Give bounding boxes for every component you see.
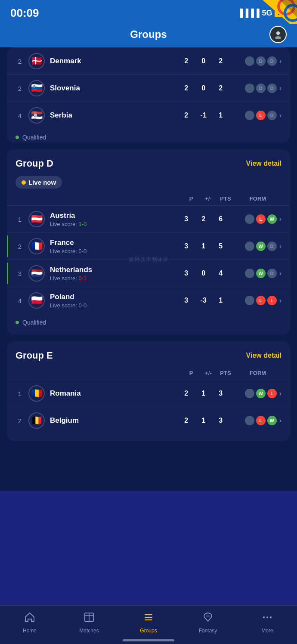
group-d-qualified: Qualified [7, 314, 290, 328]
svg-point-14 [266, 616, 268, 618]
svg-point-13 [263, 616, 265, 618]
netherlands-info: Netherlands Live score: 0-1 [50, 266, 178, 282]
group-d-table-header: P +/- PTS FORM [7, 194, 290, 205]
status-time: 00:09 [10, 6, 39, 20]
live-dot [22, 180, 26, 185]
svg-point-5 [275, 36, 281, 39]
group-d-view-detail[interactable]: View detail [246, 160, 282, 167]
nav-more-label: More [261, 628, 273, 634]
group-e-header: Group E View detail [7, 341, 290, 368]
group-e-title: Group E [15, 350, 53, 361]
group-d-card: Group D View detail Live now P +/- PTS F… [7, 149, 290, 334]
belgium-flag: 🇧🇪 [28, 412, 45, 429]
poland-info: Poland Live score: 0-0 [50, 293, 178, 309]
austria-flag: 🇦🇹 [28, 211, 45, 227]
belgium-info: Belgium [50, 416, 178, 425]
group-d-header: Group D View detail [7, 149, 290, 176]
chevron-down-icon: › [279, 390, 282, 397]
chevron-down-icon: › [279, 215, 282, 223]
table-row[interactable]: 1 🇷🇴 Romania 2 1 3 W L › [7, 380, 290, 407]
table-row[interactable]: 3 🇳🇱 Netherlands Live score: 0-1 3 0 4 W… [7, 260, 290, 287]
chevron-down-icon: › [279, 297, 282, 304]
belgium-form: L W [229, 416, 277, 425]
chevron-down-icon: › [279, 84, 282, 92]
nav-fantasy[interactable]: Fantasy [178, 612, 238, 634]
status-bar: 00:09 ▐▐▐▐ 5G 74 [0, 0, 297, 24]
nav-groups[interactable]: Groups [119, 612, 178, 634]
nav-more[interactable]: More [238, 612, 297, 634]
fantasy-icon [202, 612, 213, 626]
nav-groups-label: Groups [140, 628, 157, 634]
page-title: Groups [130, 28, 167, 40]
slovenia-form: D D [229, 84, 277, 93]
denmark-flag: 🇩🇰 [28, 53, 45, 69]
home-indicator [123, 639, 174, 641]
group-e-table-header: P +/- PTS FORM [7, 368, 290, 380]
denmark-form: D D [229, 56, 277, 66]
bottom-nav: Home Matches Groups Fantas [0, 605, 297, 644]
france-flag: 🇫🇷 [28, 238, 45, 254]
svg-point-15 [270, 616, 272, 618]
more-icon [262, 612, 273, 626]
denmark-info: Denmark [50, 57, 178, 65]
table-row[interactable]: 2 🇫🇷 France Live score: 0-0 3 1 5 W D › [7, 232, 290, 260]
netherlands-form: W D [229, 269, 277, 278]
main-content: 2 🇩🇰 Denmark 2 0 2 D D › 2 🇸🇮 Slovenia 2… [0, 47, 297, 491]
romania-form: W L [229, 389, 277, 398]
france-info: France Live score: 0-0 [50, 238, 178, 254]
home-icon [24, 612, 35, 626]
romania-info: Romania [50, 389, 178, 398]
signal-icon: ▐▐▐▐ [237, 9, 259, 18]
svg-point-4 [276, 31, 280, 35]
table-row[interactable]: 2 🇩🇰 Denmark 2 0 2 D D › [7, 47, 290, 74]
austria-form: L W [229, 214, 277, 224]
matches-icon [84, 612, 95, 626]
slovenia-flag: 🇸🇮 [28, 80, 45, 96]
group-c-partial: 2 🇩🇰 Denmark 2 0 2 D D › 2 🇸🇮 Slovenia 2… [7, 47, 290, 142]
nav-matches[interactable]: Matches [59, 612, 119, 634]
nav-home-label: Home [23, 628, 37, 634]
nav-matches-label: Matches [79, 628, 99, 634]
chevron-down-icon: › [279, 57, 282, 65]
poland-form: L L [229, 296, 277, 305]
groups-icon [143, 612, 154, 626]
qualified-label: Qualified [7, 129, 290, 142]
slovenia-info: Slovenia [50, 84, 178, 93]
poland-flag: 🇵🇱 [28, 292, 45, 309]
group-e-card: Group E View detail P +/- PTS FORM 1 🇷🇴 … [7, 341, 290, 441]
nav-fantasy-label: Fantasy [199, 628, 217, 634]
table-row[interactable]: 1 🇦🇹 Austria Live score: 1-0 3 2 6 L W › [7, 205, 290, 232]
serbia-flag: 🇷🇸 [28, 107, 45, 124]
table-row[interactable]: 2 🇸🇮 Slovenia 2 0 2 D D › [7, 74, 290, 102]
chevron-down-icon: › [279, 417, 282, 424]
austria-info: Austria Live score: 1-0 [50, 211, 178, 227]
table-row[interactable]: 2 🇧🇪 Belgium 2 1 3 L W › [7, 407, 290, 434]
table-row[interactable]: 4 🇵🇱 Poland Live score: 0-0 3 -3 1 L L › [7, 287, 290, 314]
table-row[interactable]: 4 🇷🇸 Serbia 2 -1 1 L D › [7, 102, 290, 129]
group-d-title: Group D [15, 158, 53, 169]
romania-flag: 🇷🇴 [28, 385, 45, 402]
chevron-down-icon: › [279, 242, 282, 250]
group-e-view-detail[interactable]: View detail [246, 352, 282, 359]
page-header: Groups [0, 24, 297, 47]
avatar[interactable] [269, 26, 287, 43]
serbia-info: Serbia [50, 111, 178, 120]
france-form: W D [229, 242, 277, 251]
serbia-form: L D [229, 111, 277, 120]
chevron-down-icon: › [279, 269, 282, 277]
live-now-badge: Live now [15, 176, 62, 189]
chevron-down-icon: › [279, 111, 282, 119]
nav-home[interactable]: Home [0, 612, 59, 634]
netherlands-flag: 🇳🇱 [28, 265, 45, 282]
